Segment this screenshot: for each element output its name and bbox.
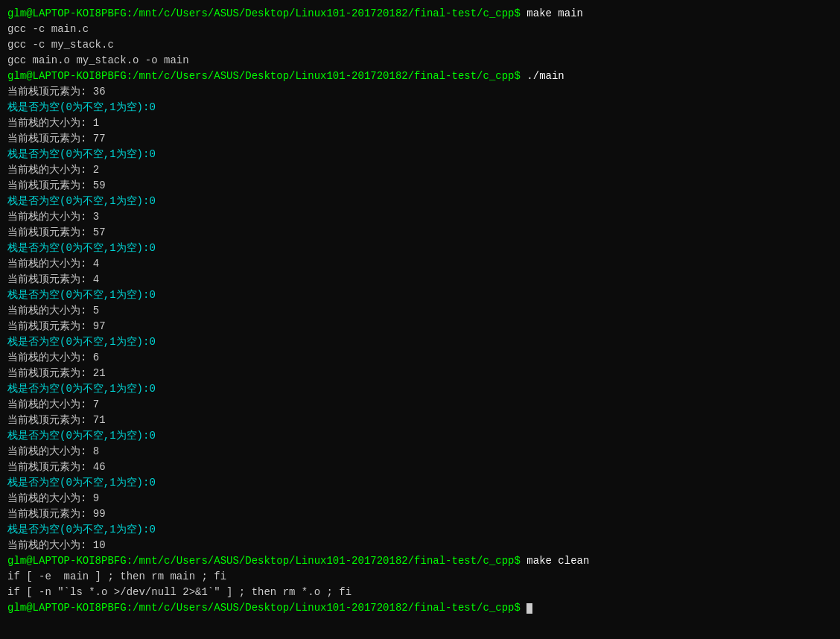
terminal-line: 当前栈顶元素为: 99	[7, 506, 833, 522]
output-text: 当前栈的大小为: 4	[7, 258, 99, 270]
prompt-text: glm@LAPTOP-KOI8PBFG:/mnt/c/Users/ASUS/De…	[7, 602, 526, 614]
terminal-window[interactable]: glm@LAPTOP-KOI8PBFG:/mnt/c/Users/ASUS/De…	[0, 0, 840, 639]
terminal-line: 当前栈顶元素为: 71	[7, 413, 833, 428]
terminal-line: 栈是否为空(0为不空,1为空):0	[7, 334, 833, 350]
output-text: if [ -n "`ls *.o >/dev/null 2>&1`" ] ; t…	[7, 586, 351, 598]
terminal-line: 当前栈的大小为: 4	[7, 256, 833, 272]
command-text: make main	[526, 7, 583, 19]
output-text: 当前栈顶元素为: 59	[7, 179, 106, 191]
terminal-line: 栈是否为空(0为不空,1为空):0	[7, 475, 833, 491]
command-text: make clean	[526, 555, 589, 567]
output-text: 栈是否为空(0为不空,1为空):0	[7, 477, 156, 489]
terminal-line: 当前栈顶元素为: 4	[7, 272, 833, 287]
output-text: 当前栈顶元素为: 77	[7, 133, 106, 144]
terminal-line: 当前栈顶元素为: 59	[7, 178, 833, 194]
terminal-line: 栈是否为空(0为不空,1为空):0	[7, 522, 833, 538]
output-text: 栈是否为空(0为不空,1为空):0	[7, 430, 156, 442]
output-text: 当前栈的大小为: 6	[7, 352, 99, 363]
terminal-line: 当前栈的大小为: 7	[7, 397, 833, 413]
terminal-line: gcc -c my_stack.c	[7, 37, 833, 53]
terminal-line: 栈是否为空(0为不空,1为空):0	[7, 194, 833, 209]
output-text: 栈是否为空(0为不空,1为空):0	[7, 383, 156, 395]
terminal-line: glm@LAPTOP-KOI8PBFG:/mnt/c/Users/ASUS/De…	[7, 6, 833, 22]
command-text: ./main	[526, 70, 564, 82]
output-text: gcc main.o my_stack.o -o main	[7, 54, 189, 66]
prompt-text: glm@LAPTOP-KOI8PBFG:/mnt/c/Users/ASUS/De…	[7, 70, 526, 82]
terminal-line: glm@LAPTOP-KOI8PBFG:/mnt/c/Users/ASUS/De…	[7, 600, 833, 616]
terminal-line: 当前栈的大小为: 9	[7, 491, 833, 506]
output-text: 当前栈顶元素为: 99	[7, 508, 106, 520]
output-text: 栈是否为空(0为不空,1为空):0	[7, 101, 156, 113]
terminal-line: 栈是否为空(0为不空,1为空):0	[7, 287, 833, 303]
terminal-line: glm@LAPTOP-KOI8PBFG:/mnt/c/Users/ASUS/De…	[7, 69, 833, 84]
output-text: 当前栈的大小为: 7	[7, 398, 99, 410]
terminal-line: 栈是否为空(0为不空,1为空):0	[7, 241, 833, 256]
prompt-text: glm@LAPTOP-KOI8PBFG:/mnt/c/Users/ASUS/De…	[7, 555, 526, 567]
output-text: 栈是否为空(0为不空,1为空):0	[7, 289, 156, 301]
output-text: 当前栈顶元素为: 97	[7, 320, 106, 332]
terminal-line: 当前栈的大小为: 3	[7, 209, 833, 225]
terminal-line: gcc main.o my_stack.o -o main	[7, 53, 833, 69]
output-text: 当前栈的大小为: 3	[7, 211, 99, 223]
terminal-line: 当前栈的大小为: 8	[7, 444, 833, 460]
prompt-text: glm@LAPTOP-KOI8PBFG:/mnt/c/Users/ASUS/De…	[7, 7, 526, 19]
terminal-line: 当前栈顶元素为: 97	[7, 319, 833, 334]
terminal-line: glm@LAPTOP-KOI8PBFG:/mnt/c/Users/ASUS/De…	[7, 553, 833, 569]
terminal-line: 当前栈的大小为: 6	[7, 350, 833, 366]
output-text: 当前栈顶元素为: 46	[7, 461, 106, 473]
terminal-line: 当前栈顶元素为: 36	[7, 84, 833, 100]
output-text: 当前栈顶元素为: 57	[7, 226, 106, 238]
terminal-line: 栈是否为空(0为不空,1为空):0	[7, 147, 833, 162]
output-text: gcc -c main.c	[7, 23, 89, 35]
output-text: gcc -c my_stack.c	[7, 39, 114, 51]
terminal-line: gcc -c main.c	[7, 22, 833, 37]
output-text: 栈是否为空(0为不空,1为空):0	[7, 242, 156, 254]
output-text: 栈是否为空(0为不空,1为空):0	[7, 148, 156, 160]
terminal-line: 当前栈顶元素为: 21	[7, 366, 833, 381]
output-text: 当前栈的大小为: 8	[7, 445, 99, 457]
output-text: 当前栈的大小为: 2	[7, 164, 99, 176]
terminal-line: 当前栈的大小为: 5	[7, 303, 833, 319]
output-text: 当前栈的大小为: 9	[7, 492, 99, 504]
terminal-line: if [ -e main ] ; then rm main ; fi	[7, 569, 833, 585]
output-text: 当前栈的大小为: 1	[7, 117, 99, 129]
terminal-line: 当前栈顶元素为: 46	[7, 460, 833, 475]
terminal-line: 当前栈顶元素为: 57	[7, 225, 833, 241]
output-text: 当前栈的大小为: 5	[7, 305, 99, 317]
output-text: 栈是否为空(0为不空,1为空):0	[7, 524, 156, 535]
output-text: 栈是否为空(0为不空,1为空):0	[7, 195, 156, 207]
terminal-line: 栈是否为空(0为不空,1为空):0	[7, 428, 833, 444]
output-text: 栈是否为空(0为不空,1为空):0	[7, 336, 156, 348]
terminal-line: 栈是否为空(0为不空,1为空):0	[7, 381, 833, 397]
output-text: 当前栈顶元素为: 21	[7, 367, 106, 379]
terminal-line: 当前栈的大小为: 1	[7, 115, 833, 131]
terminal-line: 栈是否为空(0为不空,1为空):0	[7, 100, 833, 115]
terminal-line: if [ -n "`ls *.o >/dev/null 2>&1`" ] ; t…	[7, 585, 833, 600]
terminal-line: 当前栈顶元素为: 77	[7, 131, 833, 147]
terminal-line: 当前栈的大小为: 2	[7, 162, 833, 178]
output-text: 当前栈的大小为: 10	[7, 539, 106, 551]
output-text: 当前栈顶元素为: 4	[7, 273, 99, 285]
output-text: 当前栈顶元素为: 36	[7, 86, 106, 98]
cursor	[526, 603, 532, 614]
output-text: if [ -e main ] ; then rm main ; fi	[7, 570, 226, 582]
output-text: 当前栈顶元素为: 71	[7, 414, 106, 426]
terminal-line: 当前栈的大小为: 10	[7, 538, 833, 553]
